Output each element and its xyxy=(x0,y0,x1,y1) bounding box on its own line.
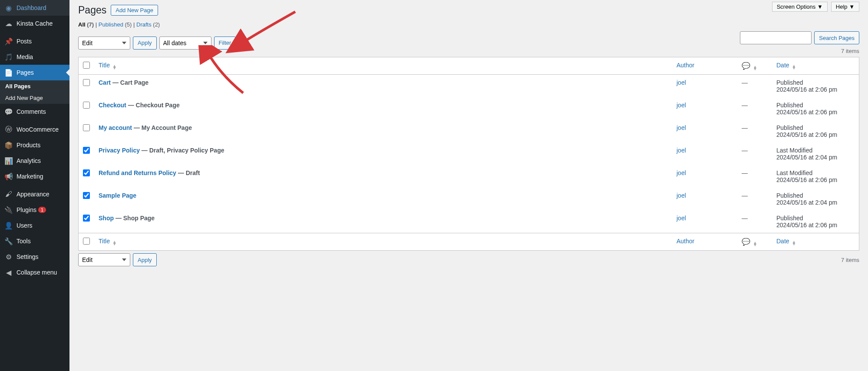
row-checkbox[interactable] xyxy=(83,102,90,109)
sidebar-item-media[interactable]: 🎵Media xyxy=(0,49,69,65)
page-date: 2024/05/16 at 2:06 pm xyxy=(776,131,855,138)
column-comments-bottom[interactable]: 💬 ▲▼ xyxy=(737,233,772,250)
column-date[interactable]: Date ▲▼ xyxy=(776,62,796,69)
page-status: Published xyxy=(776,192,855,199)
sidebar-item-appearance[interactable]: 🖌Appearance xyxy=(0,186,69,202)
page-title-link[interactable]: Cart xyxy=(99,79,111,86)
table-row: Sample Pagejoel—Published2024/05/16 at 2… xyxy=(79,188,859,210)
sidebar-item-woocommerce[interactable]: ⓦWooCommerce xyxy=(0,122,69,137)
sidebar-item-marketing[interactable]: 📢Marketing xyxy=(0,169,69,184)
page-title-link[interactable]: Refund and Returns Policy xyxy=(99,169,176,176)
page-date: 2024/05/16 at 2:06 pm xyxy=(776,86,855,93)
sidebar-item-plugins[interactable]: 🔌Plugins1 xyxy=(0,202,69,218)
apply-button-bottom[interactable]: Apply xyxy=(133,253,157,266)
users-icon: 👤 xyxy=(4,221,13,230)
sort-icon: ▲▼ xyxy=(753,242,757,246)
help-button[interactable]: Help ▼ xyxy=(831,2,859,12)
search-button[interactable]: Search Pages xyxy=(814,31,859,44)
table-row: Shop — Shop Pagejoel—Published2024/05/16… xyxy=(79,210,859,233)
products-icon: 📦 xyxy=(4,141,13,149)
column-comments[interactable]: 💬 ▲▼ xyxy=(737,57,772,75)
tools-icon: 🔧 xyxy=(4,237,13,245)
screen-options-button[interactable]: Screen Options ▼ xyxy=(772,2,828,12)
author-link[interactable]: joel xyxy=(677,192,686,199)
appearance-icon: 🖌 xyxy=(4,190,13,199)
author-link[interactable]: joel xyxy=(677,102,686,109)
author-link[interactable]: joel xyxy=(677,147,686,154)
page-title-link[interactable]: Sample Page xyxy=(99,192,136,199)
submenu-item-add-new-page[interactable]: Add New Page xyxy=(0,92,69,104)
author-link[interactable]: joel xyxy=(677,79,686,86)
select-all-checkbox[interactable] xyxy=(83,62,90,69)
row-checkbox[interactable] xyxy=(83,169,90,176)
page-title-link[interactable]: Checkout xyxy=(99,102,126,109)
add-new-page-button[interactable]: Add New Page xyxy=(111,5,158,16)
sidebar-item-dashboard[interactable]: ◉Dashboard xyxy=(0,0,69,16)
sidebar-item-label: Media xyxy=(17,53,33,60)
filter-button[interactable]: Filter xyxy=(214,36,236,50)
bulk-action-select-bottom[interactable]: Edit xyxy=(78,253,130,266)
sidebar-item-label: Appearance xyxy=(17,191,50,198)
page-state-label: — Shop Page xyxy=(114,215,155,222)
submenu-item-all-pages[interactable]: All Pages xyxy=(0,80,69,92)
page-status: Published xyxy=(776,215,855,222)
filter-published[interactable]: Published (5) xyxy=(99,21,132,28)
sidebar-item-products[interactable]: 📦Products xyxy=(0,137,69,153)
sidebar-item-kinsta-cache[interactable]: ☁Kinsta Cache xyxy=(0,16,69,31)
page-date: 2024/05/16 at 2:06 pm xyxy=(776,109,855,116)
comments-count: — xyxy=(737,97,772,120)
page-state-label: — My Account Page xyxy=(132,124,192,131)
search-input[interactable] xyxy=(740,31,812,44)
comments-count: — xyxy=(737,188,772,210)
page-date: 2024/05/16 at 2:06 pm xyxy=(776,176,855,183)
sidebar-item-label: WooCommerce xyxy=(17,126,59,133)
filter-all[interactable]: All (7) xyxy=(78,21,94,28)
select-all-checkbox-bottom[interactable] xyxy=(83,238,90,245)
page-title: Pages xyxy=(78,4,106,16)
page-status: Published xyxy=(776,102,855,109)
sidebar-item-tools[interactable]: 🔧Tools xyxy=(0,233,69,249)
comments-count: — xyxy=(737,120,772,142)
sort-icon: ▲▼ xyxy=(112,65,117,69)
sidebar-item-pages[interactable]: 📄Pages xyxy=(0,65,69,80)
column-date-bottom[interactable]: Date ▲▼ xyxy=(776,238,796,245)
main-content: Screen Options ▼ Help ▼ Pages Add New Pa… xyxy=(69,0,868,371)
page-title-link[interactable]: My account xyxy=(99,124,132,131)
sidebar-item-label: Marketing xyxy=(17,173,43,180)
page-title-link[interactable]: Privacy Policy xyxy=(99,147,140,154)
sidebar-item-posts[interactable]: 📌Posts xyxy=(0,33,69,49)
table-row: My account — My Account Pagejoel—Publish… xyxy=(79,120,859,142)
sidebar-item-analytics[interactable]: 📊Analytics xyxy=(0,153,69,169)
bulk-action-select[interactable]: Edit xyxy=(78,36,130,50)
sidebar-item-comments[interactable]: 💬Comments xyxy=(0,104,69,119)
row-checkbox[interactable] xyxy=(83,192,90,199)
page-state-label: — Cart Page xyxy=(111,79,149,86)
sidebar-item-settings[interactable]: ⚙Settings xyxy=(0,249,69,265)
date-filter-select[interactable]: All dates xyxy=(159,36,211,50)
column-title-bottom[interactable]: Title ▲▼ xyxy=(99,238,117,245)
author-link[interactable]: joel xyxy=(677,169,686,176)
row-checkbox[interactable] xyxy=(83,79,90,86)
table-row: Privacy Policy — Draft, Privacy Policy P… xyxy=(79,142,859,165)
page-state-label: — Draft xyxy=(176,169,200,176)
apply-button[interactable]: Apply xyxy=(133,36,157,50)
sidebar-item-label: Settings xyxy=(17,253,39,260)
row-checkbox[interactable] xyxy=(83,215,90,222)
comments-count: — xyxy=(737,142,772,165)
status-filters: All (7) | Published (5) | Drafts (2) xyxy=(78,21,859,28)
page-date: 2024/05/16 at 2:04 pm xyxy=(776,199,855,206)
column-title[interactable]: Title ▲▼ xyxy=(99,62,117,69)
author-link[interactable]: joel xyxy=(677,215,686,222)
sidebar-item-collapse-menu[interactable]: ◀Collapse menu xyxy=(0,265,69,280)
row-checkbox[interactable] xyxy=(83,147,90,154)
row-checkbox[interactable] xyxy=(83,124,90,131)
cloud-icon: ☁ xyxy=(4,19,13,28)
page-title-link[interactable]: Shop xyxy=(99,215,114,222)
sidebar-item-users[interactable]: 👤Users xyxy=(0,218,69,233)
comment-icon: 💬 xyxy=(742,62,750,70)
dashboard-icon: ◉ xyxy=(4,3,13,12)
filter-drafts[interactable]: Drafts (2) xyxy=(136,21,160,28)
author-link[interactable]: joel xyxy=(677,124,686,131)
marketing-icon: 📢 xyxy=(4,172,13,181)
column-author-bottom: Author xyxy=(672,233,737,250)
